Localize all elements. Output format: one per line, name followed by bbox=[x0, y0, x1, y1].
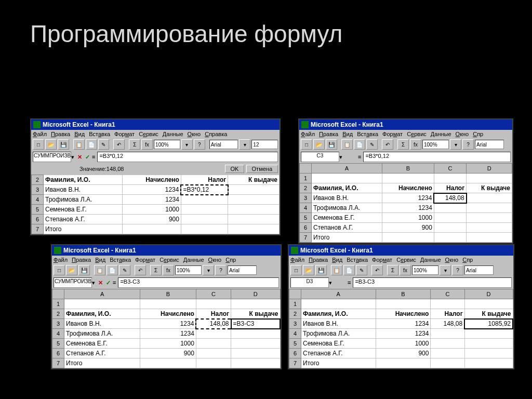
save-icon[interactable]: 💾 bbox=[326, 139, 337, 150]
confirm-icon[interactable]: ✓ bbox=[106, 280, 111, 286]
copy-icon[interactable]: 📋 bbox=[73, 139, 85, 150]
name-box[interactable]: СУММПРОИЗВ bbox=[54, 277, 92, 288]
window-title: Microsoft Excel - Книга1 bbox=[43, 121, 115, 128]
toolbar[interactable]: □📂💾📋📄✎↶Σfx100%▾?Arial bbox=[289, 264, 513, 276]
paste-icon[interactable]: 📄 bbox=[354, 139, 365, 150]
excel-window-1: Microsoft Excel - Книга1 ФайлПравкаВидВс… bbox=[30, 118, 281, 235]
excel-icon bbox=[54, 247, 61, 254]
formula-input[interactable]: =B3*0,12 bbox=[97, 152, 278, 162]
spreadsheet-grid[interactable]: ABCD 1 2Фамилия, И.О.НачисленоНалогК выд… bbox=[289, 289, 513, 368]
brush-icon[interactable]: ✎ bbox=[366, 139, 378, 150]
paste-icon[interactable]: 📄 bbox=[107, 265, 118, 275]
window-title: Microsoft Excel - Книга1 bbox=[300, 247, 373, 254]
active-cell[interactable]: 1085,92 bbox=[464, 319, 513, 329]
new-icon[interactable]: □ bbox=[54, 265, 65, 275]
brush-icon[interactable]: ✎ bbox=[98, 139, 110, 150]
menubar[interactable]: ФайлПравкаВидВставкаФорматСервисДанныеОк… bbox=[31, 130, 280, 138]
toolbar[interactable]: □📂💾📋📄✎↶Σfx100%▾?Arial▾12 bbox=[31, 138, 280, 151]
save-icon[interactable]: 💾 bbox=[58, 139, 69, 150]
cancel-icon[interactable]: ✕ bbox=[98, 280, 103, 286]
brush-icon[interactable]: ✎ bbox=[119, 265, 130, 275]
name-box[interactable]: СУММПРОИЗВ bbox=[33, 152, 71, 162]
spreadsheet-grid[interactable]: ABCD 1 2Фамилия, И.О.НачисленоНалогК выд… bbox=[299, 163, 512, 243]
window-title: Microsoft Excel - Книга1 bbox=[63, 247, 136, 254]
formula-bar[interactable]: СУММПРОИЗВ▾✕✓==B3*0,12 bbox=[31, 151, 280, 163]
excel-window-4: Microsoft Excel - Книга1 ФайлПравкаВидВс… bbox=[288, 244, 514, 369]
undo-icon[interactable]: ↶ bbox=[113, 139, 125, 150]
ok-button[interactable]: OK bbox=[225, 165, 245, 173]
excel-icon bbox=[33, 121, 41, 128]
spreadsheet-grid[interactable]: 2Фамилия, И.О.НачисленоНалогК выдаче 3Ив… bbox=[31, 175, 280, 234]
excel-window-3: Microsoft Excel - Книга1 ФайлПравкаВидВс… bbox=[51, 244, 282, 369]
new-icon[interactable]: □ bbox=[33, 139, 44, 150]
excel-icon bbox=[291, 247, 298, 254]
window-title: Microsoft Excel - Книга1 bbox=[311, 121, 383, 128]
brush-icon[interactable]: ✎ bbox=[356, 265, 367, 275]
formula-bar[interactable]: C3▾==B3*0,12 bbox=[299, 151, 512, 163]
font-box[interactable]: Arial bbox=[209, 140, 238, 149]
formula-input[interactable]: =B3-C3 bbox=[353, 277, 512, 288]
spreadsheet-grid[interactable]: ABCD 1 2Фамилия, И.О.НачисленоНалогК выд… bbox=[52, 289, 281, 368]
active-cell[interactable]: =B3*0,12 bbox=[181, 185, 228, 195]
formula-bar[interactable]: СУММПРОИЗВ▾✕✓==B3-C3 bbox=[52, 276, 281, 289]
copy-icon[interactable]: 📋 bbox=[331, 265, 342, 275]
open-icon[interactable]: 📂 bbox=[66, 265, 77, 275]
active-cell[interactable]: 148,08 bbox=[434, 193, 466, 203]
open-icon[interactable]: 📂 bbox=[45, 139, 57, 150]
toolbar[interactable]: □📂💾📋📄✎↶Σfx100%▾?Arial bbox=[299, 138, 512, 151]
zoom-box[interactable]: 100% bbox=[154, 140, 180, 149]
cancel-icon[interactable]: ✕ bbox=[77, 154, 82, 161]
formula-input[interactable]: =B3*0,12 bbox=[363, 152, 511, 162]
copy-icon[interactable]: 📋 bbox=[94, 265, 105, 275]
excel-icon bbox=[301, 121, 309, 128]
undo-icon[interactable]: ↶ bbox=[382, 139, 393, 150]
name-box[interactable]: D3 bbox=[290, 277, 329, 288]
formula-input[interactable]: =B3-C3 bbox=[118, 277, 279, 288]
menubar[interactable]: ФайлПравкаВидВставкаФорматСервисДанныеОк… bbox=[52, 256, 281, 264]
new-icon[interactable]: □ bbox=[301, 139, 312, 150]
undo-icon[interactable]: ↶ bbox=[371, 265, 383, 275]
open-icon[interactable]: 📂 bbox=[303, 265, 314, 275]
new-icon[interactable]: □ bbox=[290, 265, 302, 275]
menubar[interactable]: ФайлПравкаВидВставкаФорматСервисДанныеОк… bbox=[289, 256, 513, 264]
save-icon[interactable]: 💾 bbox=[315, 265, 327, 275]
undo-icon[interactable]: ↶ bbox=[135, 265, 146, 275]
excel-window-2: Microsoft Excel - Книга1 ФайлПравкаВидВс… bbox=[298, 118, 513, 244]
menubar[interactable]: ФайлПравкаВидВставкаФорматСервисДанныеОк… bbox=[299, 130, 512, 138]
slide-title: Программирование формул bbox=[0, 0, 532, 48]
confirm-icon[interactable]: ✓ bbox=[85, 154, 90, 161]
formula-result-bar: Значение:148,08OK Отмена bbox=[31, 163, 280, 175]
toolbar[interactable]: □📂💾📋📄✎↶Σfx100%▾?Arial bbox=[52, 264, 281, 276]
cancel-button[interactable]: Отмена bbox=[246, 165, 278, 173]
active-cell[interactable]: =B3-C3 bbox=[231, 319, 281, 329]
copy-icon[interactable]: 📋 bbox=[341, 139, 353, 150]
open-icon[interactable]: 📂 bbox=[313, 139, 325, 150]
paste-icon[interactable]: 📄 bbox=[343, 265, 355, 275]
name-box[interactable]: C3 bbox=[301, 152, 339, 162]
save-icon[interactable]: 💾 bbox=[78, 265, 90, 275]
formula-bar[interactable]: D3▾==B3-C3 bbox=[289, 276, 513, 289]
paste-icon[interactable]: 📄 bbox=[86, 139, 97, 150]
